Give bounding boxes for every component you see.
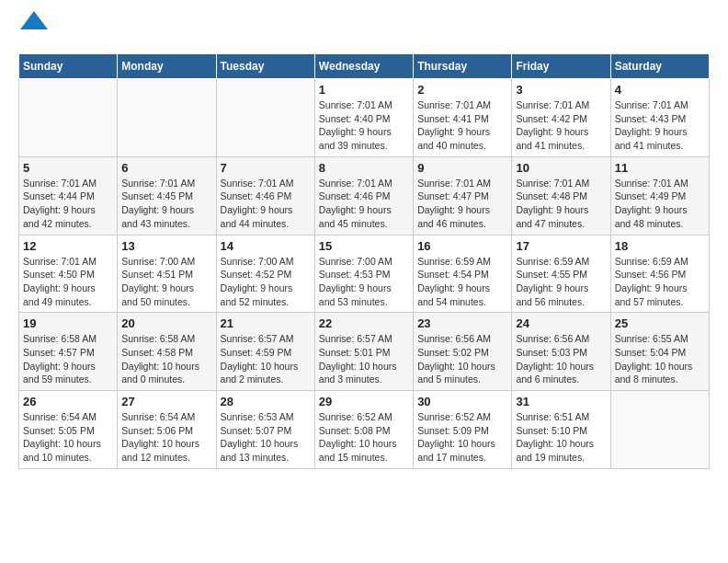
day-number: 4 [615,83,705,97]
day-info: Sunrise: 7:01 AMSunset: 4:42 PMDaylight:… [516,98,606,153]
weekday-header-saturday: Saturday [610,54,709,79]
day-number: 20 [121,316,211,330]
day-info: Sunrise: 6:57 AMSunset: 5:01 PMDaylight:… [319,332,409,386]
calendar-cell: 15Sunrise: 7:00 AMSunset: 4:53 PMDayligh… [314,235,413,313]
day-number: 25 [615,316,705,330]
day-info: Sunrise: 6:53 AMSunset: 5:07 PMDaylight:… [221,410,311,465]
day-info: Sunrise: 6:59 AMSunset: 4:56 PMDaylight:… [615,255,705,309]
calendar-cell: 19Sunrise: 6:58 AMSunset: 4:57 PMDayligh… [19,313,118,391]
calendar-cell: 14Sunrise: 7:00 AMSunset: 4:52 PMDayligh… [216,235,314,313]
svg-marker-0 [20,11,48,29]
day-number: 2 [417,83,507,97]
calendar-cell: 10Sunrise: 7:01 AMSunset: 4:48 PMDayligh… [512,156,610,235]
page-header [18,18,710,39]
day-info: Sunrise: 6:54 AMSunset: 5:06 PMDaylight:… [121,410,211,465]
calendar-cell: 24Sunrise: 6:56 AMSunset: 5:03 PMDayligh… [512,313,610,391]
weekday-header-monday: Monday [118,54,216,79]
day-info: Sunrise: 6:54 AMSunset: 5:05 PMDaylight:… [23,410,113,465]
day-info: Sunrise: 6:51 AMSunset: 5:10 PMDaylight:… [516,410,606,465]
day-info: Sunrise: 7:01 AMSunset: 4:48 PMDaylight:… [516,177,606,231]
day-info: Sunrise: 7:01 AMSunset: 4:47 PMDaylight:… [417,177,507,231]
calendar-week-row: 26Sunrise: 6:54 AMSunset: 5:05 PMDayligh… [19,391,710,469]
calendar-week-row: 19Sunrise: 6:58 AMSunset: 4:57 PMDayligh… [19,313,710,391]
day-number: 17 [516,239,606,253]
day-number: 19 [23,316,113,330]
calendar-table: SundayMondayTuesdayWednesdayThursdayFrid… [18,53,710,469]
weekday-header-tuesday: Tuesday [216,54,314,79]
calendar-cell: 1Sunrise: 7:01 AMSunset: 4:40 PMDaylight… [314,79,413,157]
day-number: 1 [319,83,409,97]
calendar-cell: 13Sunrise: 7:00 AMSunset: 4:51 PMDayligh… [118,235,216,313]
calendar-cell: 9Sunrise: 7:01 AMSunset: 4:47 PMDaylight… [414,156,512,235]
day-number: 3 [516,83,606,97]
day-info: Sunrise: 7:01 AMSunset: 4:43 PMDaylight:… [615,98,705,153]
day-number: 9 [417,161,507,175]
day-number: 7 [221,161,311,175]
day-number: 14 [221,239,311,253]
calendar-cell [19,79,118,157]
day-info: Sunrise: 6:52 AMSunset: 5:09 PMDaylight:… [417,410,507,465]
calendar-cell: 17Sunrise: 6:59 AMSunset: 4:55 PMDayligh… [512,235,610,313]
day-number: 24 [516,316,606,330]
calendar-cell: 25Sunrise: 6:55 AMSunset: 5:04 PMDayligh… [610,313,709,391]
day-info: Sunrise: 7:00 AMSunset: 4:52 PMDaylight:… [221,255,311,309]
day-info: Sunrise: 6:58 AMSunset: 4:58 PMDaylight:… [121,332,211,386]
calendar-cell: 21Sunrise: 6:57 AMSunset: 4:59 PMDayligh… [216,313,314,391]
calendar-cell: 22Sunrise: 6:57 AMSunset: 5:01 PMDayligh… [314,313,413,391]
day-number: 18 [615,239,705,253]
calendar-header-row: SundayMondayTuesdayWednesdayThursdayFrid… [19,54,710,79]
calendar-cell: 23Sunrise: 6:56 AMSunset: 5:02 PMDayligh… [414,313,512,391]
weekday-header-wednesday: Wednesday [314,54,413,79]
day-info: Sunrise: 6:55 AMSunset: 5:04 PMDaylight:… [615,332,705,386]
calendar-cell: 16Sunrise: 6:59 AMSunset: 4:54 PMDayligh… [414,235,512,313]
day-info: Sunrise: 6:59 AMSunset: 4:55 PMDaylight:… [516,255,606,309]
calendar-cell: 8Sunrise: 7:01 AMSunset: 4:46 PMDaylight… [314,156,413,235]
day-number: 10 [516,161,606,175]
day-number: 12 [23,239,113,253]
day-info: Sunrise: 7:01 AMSunset: 4:45 PMDaylight:… [121,177,211,231]
day-number: 23 [417,316,507,330]
day-number: 21 [221,316,311,330]
calendar-cell: 20Sunrise: 6:58 AMSunset: 4:58 PMDayligh… [118,313,216,391]
day-info: Sunrise: 6:52 AMSunset: 5:08 PMDaylight:… [319,410,409,465]
day-number: 30 [417,395,507,408]
calendar-week-row: 12Sunrise: 7:01 AMSunset: 4:50 PMDayligh… [19,235,710,313]
day-info: Sunrise: 7:01 AMSunset: 4:46 PMDaylight:… [319,177,409,231]
day-info: Sunrise: 7:01 AMSunset: 4:49 PMDaylight:… [615,177,705,231]
day-info: Sunrise: 6:57 AMSunset: 4:59 PMDaylight:… [221,332,311,386]
calendar-cell: 26Sunrise: 6:54 AMSunset: 5:05 PMDayligh… [19,391,118,469]
day-info: Sunrise: 7:01 AMSunset: 4:50 PMDaylight:… [23,255,113,309]
calendar-cell: 28Sunrise: 6:53 AMSunset: 5:07 PMDayligh… [216,391,314,469]
day-info: Sunrise: 7:01 AMSunset: 4:44 PMDaylight:… [23,177,113,231]
calendar-cell: 5Sunrise: 7:01 AMSunset: 4:44 PMDaylight… [19,156,118,235]
day-info: Sunrise: 7:00 AMSunset: 4:53 PMDaylight:… [319,255,409,309]
day-info: Sunrise: 6:59 AMSunset: 4:54 PMDaylight:… [417,255,507,309]
day-number: 11 [615,161,705,175]
calendar-week-row: 5Sunrise: 7:01 AMSunset: 4:44 PMDaylight… [19,156,710,235]
day-info: Sunrise: 6:56 AMSunset: 5:03 PMDaylight:… [516,332,606,386]
calendar-cell: 12Sunrise: 7:01 AMSunset: 4:50 PMDayligh… [19,235,118,313]
calendar-cell: 2Sunrise: 7:01 AMSunset: 4:41 PMDaylight… [414,79,512,157]
day-number: 22 [319,316,409,330]
day-info: Sunrise: 7:01 AMSunset: 4:41 PMDaylight:… [417,98,507,153]
day-number: 6 [121,161,211,175]
day-number: 31 [516,395,606,408]
calendar-cell: 3Sunrise: 7:01 AMSunset: 4:42 PMDaylight… [512,79,610,157]
calendar-cell: 18Sunrise: 6:59 AMSunset: 4:56 PMDayligh… [610,235,709,313]
calendar-week-row: 1Sunrise: 7:01 AMSunset: 4:40 PMDaylight… [19,79,710,157]
day-number: 28 [221,395,311,408]
calendar-cell: 6Sunrise: 7:01 AMSunset: 4:45 PMDaylight… [118,156,216,235]
day-info: Sunrise: 7:00 AMSunset: 4:51 PMDaylight:… [121,255,211,309]
calendar-cell [118,79,216,157]
logo-icon [20,11,48,29]
calendar-cell: 30Sunrise: 6:52 AMSunset: 5:09 PMDayligh… [414,391,512,469]
day-number: 5 [23,161,113,175]
day-number: 27 [121,395,211,408]
day-number: 15 [319,239,409,253]
day-number: 29 [319,395,409,408]
calendar-cell [610,391,709,469]
day-number: 16 [417,239,507,253]
calendar-cell: 4Sunrise: 7:01 AMSunset: 4:43 PMDaylight… [610,79,709,157]
calendar-cell: 31Sunrise: 6:51 AMSunset: 5:10 PMDayligh… [512,391,610,469]
day-number: 13 [121,239,211,253]
